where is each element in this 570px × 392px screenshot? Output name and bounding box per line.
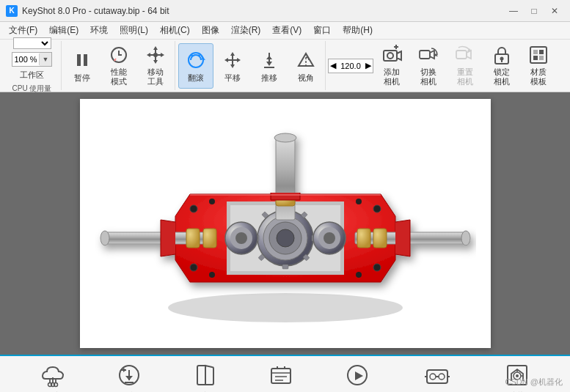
watermark: CSDN @机器化: [505, 377, 563, 388]
zoom-controls: ▼: [12, 52, 52, 67]
add-camera-button[interactable]: 添加相机: [374, 43, 409, 89]
camera-value-input[interactable]: [337, 62, 364, 70]
pause-icon: [70, 48, 94, 72]
svg-marker-90: [123, 368, 126, 372]
svg-rect-92: [271, 369, 291, 383]
toolbar-group-camera: ◀ ▶ 添加相机: [327, 41, 558, 90]
svg-point-72: [274, 133, 296, 142]
main-viewport[interactable]: [0, 92, 570, 355]
keyshotxr-button[interactable]: KeyShotXR: [408, 360, 467, 393]
svg-marker-9: [161, 53, 164, 57]
pan-label: 平移: [224, 73, 241, 83]
pan-button[interactable]: 平移: [215, 43, 250, 89]
svg-marker-16: [230, 64, 235, 68]
animation-icon: [344, 362, 370, 388]
render-canvas[interactable]: [80, 99, 491, 348]
window-controls: — □ ✕: [504, 3, 564, 19]
menu-view[interactable]: 查看(V): [266, 23, 307, 38]
menu-environment[interactable]: 环境: [84, 23, 114, 38]
import-button[interactable]: 导入: [103, 360, 155, 393]
menu-edit[interactable]: 编辑(E): [43, 23, 84, 38]
svg-rect-43: [539, 56, 544, 60]
svg-point-37: [500, 57, 504, 61]
workspace-label: 工作区: [20, 70, 44, 81]
material-template-button[interactable]: 材质模板: [521, 43, 556, 89]
zoom-dropdown-btn[interactable]: ▼: [40, 53, 51, 66]
project-icon: [268, 362, 294, 388]
svg-point-75: [373, 205, 381, 212]
title-bar-left: K KeyShot 8.0 Pro - cutaway.bip - 64 bit: [6, 5, 169, 17]
svg-rect-67: [186, 229, 200, 248]
lock-camera-button[interactable]: 锁定相机: [484, 43, 519, 89]
maximize-button[interactable]: □: [525, 3, 544, 19]
cloud-library-button[interactable]: 云库: [27, 360, 78, 393]
svg-rect-50: [282, 265, 288, 269]
menu-window[interactable]: 窗口: [307, 23, 337, 38]
svg-rect-33: [456, 51, 467, 59]
svg-point-78: [209, 199, 215, 204]
performance-icon: [107, 45, 131, 67]
camera-value-field: ◀ ▶: [328, 59, 373, 73]
svg-marker-20: [266, 62, 272, 66]
push-button[interactable]: 推移: [252, 43, 287, 89]
workspace-dropdown[interactable]: [13, 37, 51, 49]
switch-camera-button[interactable]: 切换相机: [411, 43, 446, 89]
performance-button[interactable]: 性能模式: [101, 43, 136, 89]
move-tool-button[interactable]: 移动工具: [138, 43, 173, 89]
add-camera-label: 添加相机: [384, 67, 400, 86]
lock-camera-icon: [490, 45, 514, 67]
svg-rect-70: [373, 229, 387, 248]
camera-value-next[interactable]: ▶: [364, 61, 373, 70]
reset-camera-label: 重置相机: [457, 67, 473, 86]
menu-render[interactable]: 渲染(R): [225, 23, 267, 38]
svg-marker-7: [153, 60, 158, 64]
toolbar-group-playback: 暂停 性能模式: [63, 41, 175, 90]
camera-value-group: ◀ ▶: [329, 59, 373, 73]
toolbar-group-view: 翻滚 平移: [177, 41, 326, 90]
svg-point-62: [235, 232, 247, 244]
svg-point-66: [461, 231, 470, 245]
minimize-button[interactable]: —: [504, 3, 523, 19]
tumble-button[interactable]: 翻滚: [178, 43, 213, 89]
project-button[interactable]: 项目: [255, 360, 307, 393]
svg-point-84: [54, 382, 57, 386]
svg-point-77: [373, 264, 381, 271]
move-tool-icon: [144, 45, 167, 67]
library-button[interactable]: 库: [180, 360, 231, 393]
view-angle-icon: [294, 48, 318, 72]
svg-marker-6: [153, 46, 158, 50]
svg-rect-41: [539, 50, 544, 54]
svg-rect-40: [533, 50, 538, 54]
svg-line-3: [114, 59, 116, 61]
reset-camera-icon: [453, 45, 477, 67]
svg-marker-8: [147, 53, 150, 57]
svg-point-74: [190, 205, 197, 212]
svg-point-101: [430, 374, 436, 380]
svg-marker-87: [125, 376, 133, 380]
svg-marker-31: [430, 51, 434, 59]
zoom-input[interactable]: [12, 55, 39, 64]
tumble-icon: [184, 48, 208, 72]
svg-marker-15: [230, 52, 235, 56]
menu-lighting[interactable]: 照明(L): [114, 23, 154, 38]
view-angle-button[interactable]: 视角: [288, 43, 324, 89]
animation-button[interactable]: 动画: [332, 360, 383, 393]
camera-value-prev[interactable]: ◀: [329, 61, 337, 70]
svg-marker-26: [397, 51, 401, 60]
svg-point-102: [439, 374, 445, 380]
svg-point-81: [356, 272, 362, 278]
menu-image[interactable]: 图像: [196, 23, 225, 38]
move-tool-label: 移动工具: [147, 67, 164, 86]
toolbar: ▼ 工作区 CPU 使用量 暂停: [0, 40, 570, 92]
pause-button[interactable]: 暂停: [65, 43, 100, 89]
menu-camera[interactable]: 相机(C): [154, 23, 196, 38]
menu-file[interactable]: 文件(F): [3, 23, 43, 38]
switch-camera-icon: [417, 45, 440, 67]
book-icon: [192, 362, 219, 388]
reset-camera-button[interactable]: 重置相机: [447, 43, 483, 89]
svg-marker-18: [237, 58, 241, 62]
svg-point-59: [324, 232, 335, 244]
menu-help[interactable]: 帮助(H): [337, 23, 379, 38]
close-button[interactable]: ✕: [545, 3, 564, 19]
add-camera-icon: [380, 45, 403, 67]
